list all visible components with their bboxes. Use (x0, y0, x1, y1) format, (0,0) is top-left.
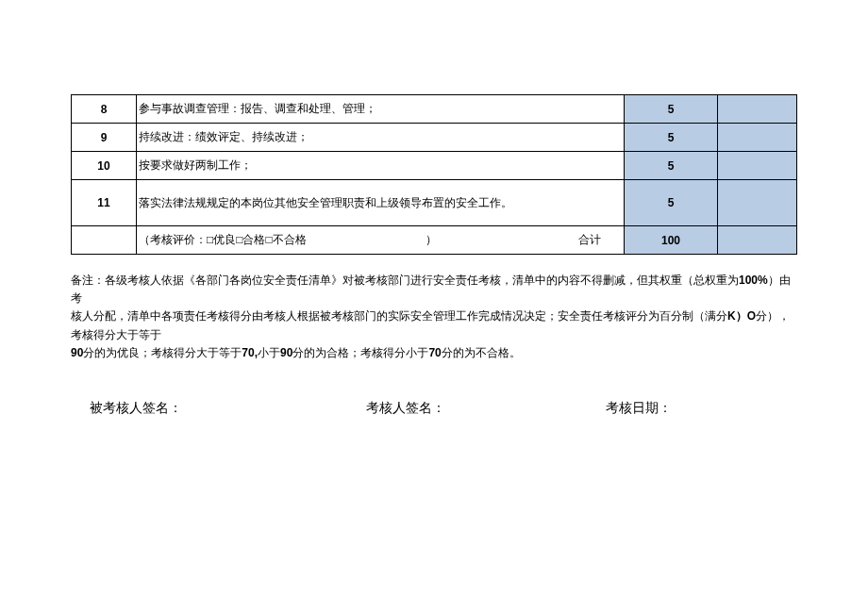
notes-text: 小于 (258, 346, 280, 359)
notes-bold: 90 (71, 346, 83, 359)
total-label: 合计 (578, 232, 620, 248)
table-row: 11 落实法律法规规定的本岗位其他安全管理职责和上级领导布置的安全工作。 5 (72, 180, 797, 226)
summary-row: （考核评价：□优良□合格□不合格 ） 合计 100 (72, 226, 797, 255)
table-row: 9 持续改进：绩效评定、持续改进； 5 (72, 124, 797, 152)
row-blank (718, 95, 797, 124)
notes-text: 分的为合格；考核得分小于 (292, 346, 428, 359)
summary-eval: （考核评价：□优良□合格□不合格 ） 合计 (137, 226, 625, 255)
row-desc: 持续改进：绩效评定、持续改进； (137, 124, 625, 152)
row-number: 8 (72, 95, 137, 124)
total-value: 100 (625, 226, 718, 255)
notes-text: 分的为优良；考核得分大于等于 (83, 346, 242, 359)
notes-block: 备注：各级考核人依据《各部门各岗位安全责任清单》对被考核部门进行安全责任考核，清… (71, 272, 797, 362)
notes-text: 备注：各级考核人依据《各部门各岗位安全责任清单》对被考核部门进行安全责任考核，清… (71, 274, 739, 287)
notes-bold: K）O (727, 309, 756, 323)
row-number: 10 (72, 152, 137, 180)
row-desc: 按要求做好两制工作； (137, 152, 625, 180)
row-number: 11 (72, 180, 137, 226)
assessee-signature-label: 被考核人签名： (71, 400, 366, 417)
row-score: 5 (625, 152, 718, 180)
row-desc: 落实法律法规规定的本岗位其他安全管理职责和上级领导布置的安全工作。 (137, 180, 625, 226)
notes-bold: 70, (242, 346, 258, 359)
row-score: 5 (625, 124, 718, 152)
notes-bold: 90 (280, 346, 292, 359)
row-desc: 参与事故调查管理：报告、调查和处理、管理； (137, 95, 625, 124)
table-row: 8 参与事故调查管理：报告、调查和处理、管理； 5 (72, 95, 797, 124)
row-number: 9 (72, 124, 137, 152)
notes-bold: 100% (739, 274, 768, 287)
table-row: 10 按要求做好两制工作； 5 (72, 152, 797, 180)
assessor-signature-label: 考核人签名： (366, 400, 606, 417)
row-blank (718, 180, 797, 226)
row-score: 5 (625, 180, 718, 226)
row-score: 5 (625, 95, 718, 124)
row-blank (718, 124, 797, 152)
eval-close: ） (426, 233, 437, 246)
assessment-date-label: 考核日期： (606, 400, 816, 417)
notes-text: 核人分配，清单中各项责任考核得分由考核人根据被考核部门的实际安全管理工作完成情况… (71, 309, 727, 323)
notes-bold: 70 (428, 346, 441, 359)
notes-text: 分的为不合格。 (442, 346, 521, 359)
summary-blank (72, 226, 137, 255)
row-blank (718, 152, 797, 180)
assessment-table: 8 参与事故调查管理：报告、调查和处理、管理； 5 9 持续改进：绩效评定、持续… (71, 94, 797, 255)
summary-blank2 (718, 226, 797, 255)
eval-label: （考核评价：□优良□合格□不合格 (139, 232, 307, 248)
signature-row: 被考核人签名： 考核人签名： 考核日期： (71, 400, 797, 417)
